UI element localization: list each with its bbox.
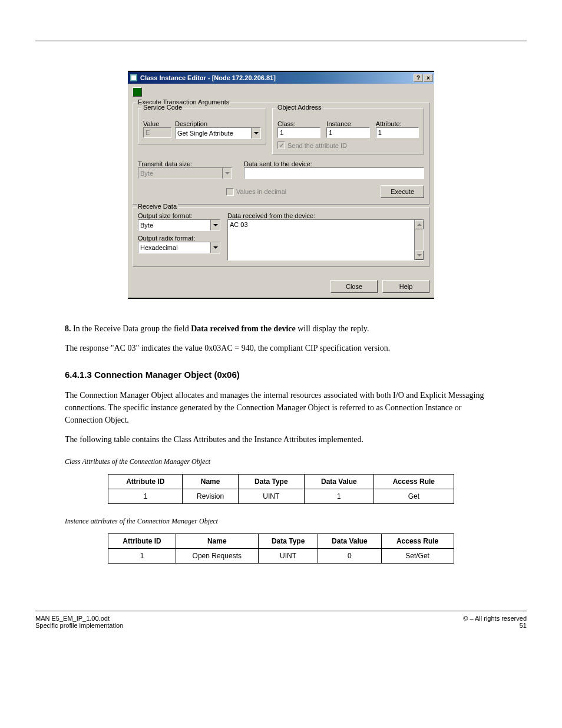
- step-number: 8.: [65, 324, 71, 333]
- table-header: Data Value: [318, 533, 381, 548]
- attribute-input[interactable]: [376, 127, 419, 138]
- transmit-size-label: Transmit data size:: [138, 160, 232, 167]
- dialog-title: Class Instance Editor - [Node 172.20.206…: [140, 74, 413, 81]
- table-row: 1 Open Requests UINT 0 Set/Get: [108, 548, 454, 563]
- description-label: Description: [175, 120, 261, 127]
- help-button[interactable]: Help: [382, 280, 429, 293]
- description-select[interactable]: Get Single Attribute: [175, 127, 261, 139]
- class-label: Class:: [277, 120, 320, 127]
- class-attributes-table: Attribute ID Name Data Type Data Value A…: [108, 474, 454, 504]
- execute-button[interactable]: Execute: [381, 185, 424, 198]
- group-legend: Receive Data: [137, 203, 178, 210]
- table-header: Attribute ID: [108, 474, 183, 489]
- table-caption: Instance attributes of the Connection Ma…: [65, 516, 497, 526]
- instance-label: Instance:: [326, 120, 369, 127]
- table-row: 1 Revision UINT 1 Get: [108, 489, 454, 503]
- instance-input[interactable]: [326, 127, 369, 138]
- checkbox-label: Send the attribute ID: [287, 142, 347, 149]
- table-header: Access Rule: [374, 474, 454, 489]
- section-paragraph: The Connection Manager Object allocates …: [65, 389, 497, 426]
- titlebar-close-button[interactable]: ×: [424, 74, 433, 82]
- toolbar-icon[interactable]: [133, 87, 142, 97]
- document-body: 8. In the Receive Data group the field D…: [65, 322, 497, 564]
- page-footer: MAN E5_EM_IP_1.00.odt Specific profile i…: [35, 611, 527, 629]
- dialog-footer: Close Help: [128, 275, 434, 298]
- output-radix-label: Output radix format:: [138, 235, 220, 242]
- table-header: Attribute ID: [108, 533, 176, 548]
- send-attribute-checkbox: ✓ Send the attribute ID: [277, 141, 419, 149]
- scroll-up-button[interactable]: [415, 220, 424, 229]
- values-decimal-checkbox: Values in decimal: [226, 188, 286, 196]
- receive-data-group: Receive Data Output size format: Byte Ou…: [133, 207, 429, 267]
- chevron-down-icon: [210, 242, 220, 253]
- scroll-down-button[interactable]: [415, 251, 424, 260]
- group-legend: Service Code: [142, 104, 183, 111]
- table-caption: Class Attributes of the Connection Manag…: [65, 456, 497, 467]
- data-received-output: AC 03: [227, 219, 424, 261]
- output-size-select[interactable]: Byte: [138, 219, 220, 231]
- group-legend: Object Address: [276, 104, 323, 111]
- instance-attributes-table: Attribute ID Name Data Type Data Value A…: [108, 533, 454, 564]
- close-button[interactable]: Close: [330, 280, 378, 293]
- scrollbar[interactable]: [414, 220, 424, 260]
- table-header-row: Attribute ID Name Data Type Data Value A…: [108, 533, 454, 548]
- app-icon: [129, 73, 138, 83]
- checkbox-label: Values in decimal: [236, 188, 286, 195]
- footer-left-line1: MAN E5_EM_IP_1.00.odt: [35, 615, 123, 622]
- table-header: Name: [176, 533, 258, 548]
- service-value-input: [143, 127, 171, 138]
- table-header-row: Attribute ID Name Data Type Data Value A…: [108, 474, 454, 489]
- output-radix-select[interactable]: Hexadecimal: [138, 242, 220, 253]
- table-header: Access Rule: [381, 533, 454, 548]
- attribute-label: Attribute:: [376, 120, 419, 127]
- object-address-group: Object Address Class: Instance:: [272, 108, 424, 154]
- dialog-titlebar: Class Instance Editor - [Node 172.20.206…: [128, 72, 434, 84]
- titlebar-help-button[interactable]: ?: [414, 74, 423, 82]
- execute-transaction-group: Execute Transaction Arguments Service Co…: [133, 103, 429, 205]
- data-received-label: Data received from the device:: [227, 212, 424, 219]
- table-header: Name: [183, 474, 239, 489]
- footer-left-line2: Specific profile implementation: [35, 622, 123, 629]
- section-paragraph: The following table contains the Class A…: [65, 433, 497, 446]
- data-sent-label: Data sent to the device:: [244, 160, 424, 167]
- section-heading: 6.4.1.3 Connection Manager Object (0x06): [65, 368, 497, 382]
- footer-right-line1: © – All rights reserved: [463, 615, 527, 622]
- footer-page-number: 51: [463, 622, 527, 629]
- transmit-size-select: Byte: [138, 167, 232, 179]
- value-label: Value: [143, 120, 171, 127]
- svg-rect-1: [131, 75, 136, 80]
- chevron-down-icon: [251, 128, 260, 139]
- table-header: Data Value: [304, 474, 373, 489]
- service-code-group: Service Code Value Description Get Singl: [138, 108, 266, 144]
- output-size-label: Output size format:: [138, 212, 220, 219]
- data-sent-input[interactable]: [244, 167, 424, 179]
- chevron-down-icon: [210, 220, 220, 230]
- page-header-divider: [35, 24, 527, 41]
- table-header: Data Type: [259, 533, 318, 548]
- table-header: Data Type: [239, 474, 305, 489]
- class-instance-editor-dialog: Class Instance Editor - [Node 172.20.206…: [128, 71, 434, 299]
- class-input[interactable]: [277, 127, 320, 138]
- chevron-down-icon: [222, 168, 232, 179]
